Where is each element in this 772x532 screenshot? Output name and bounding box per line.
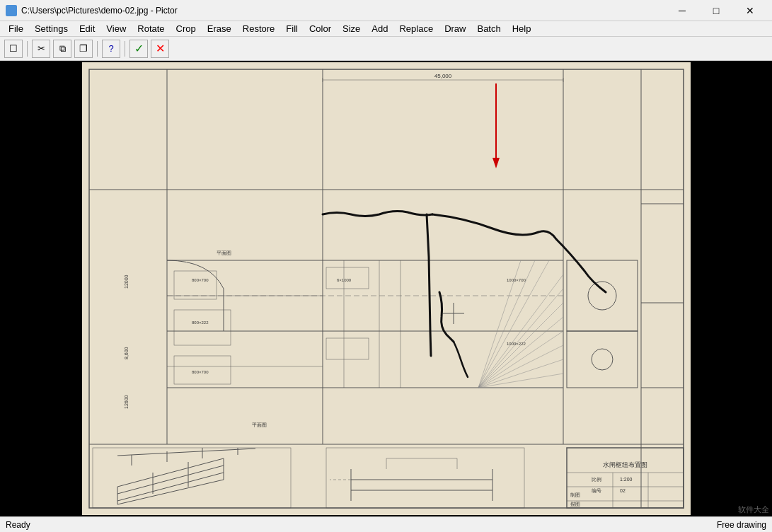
menu-rotate[interactable]: Rotate <box>132 21 170 37</box>
menu-add[interactable]: Add <box>366 21 393 37</box>
menu-view[interactable]: View <box>100 21 132 37</box>
statusbar: Ready Free drawing <box>0 516 772 532</box>
svg-text:平面图: 平面图 <box>216 250 231 255</box>
menu-file[interactable]: File <box>3 21 29 37</box>
menu-erase[interactable]: Erase <box>202 21 237 37</box>
menu-color[interactable]: Color <box>304 21 337 37</box>
svg-text:45,000: 45,000 <box>434 73 451 79</box>
titlebar-controls: ─ □ ✕ <box>666 0 766 21</box>
titlebar: C:\Users\pc\Pictures\demo-02.jpg - Picto… <box>0 0 772 21</box>
menu-edit[interactable]: Edit <box>74 21 100 37</box>
svg-text:02: 02 <box>620 488 626 493</box>
cancel-button[interactable]: ✕ <box>151 40 169 58</box>
titlebar-left: C:\Users\pc\Pictures\demo-02.jpg - Picto… <box>6 5 178 16</box>
menu-restore[interactable]: Restore <box>237 21 281 37</box>
canvas-area[interactable]: 水闸枢纽布置图 比例 1:200 编号 02 制图 描图 平面图 平面图 45,… <box>82 62 691 515</box>
svg-text:描图: 描图 <box>570 502 580 507</box>
svg-text:1000×222: 1000×222 <box>507 342 526 346</box>
svg-text:编号: 编号 <box>592 488 601 493</box>
svg-text:1:200: 1:200 <box>620 477 633 482</box>
toolbar: ☐ ✂ ⧉ ❐ ? ✓ ✕ <box>0 37 772 61</box>
minimize-button[interactable]: ─ <box>666 0 698 21</box>
help-button[interactable]: ? <box>102 40 120 58</box>
copy-button[interactable]: ⧉ <box>53 40 71 58</box>
svg-text:6×1000: 6×1000 <box>337 278 352 282</box>
svg-text:8,600: 8,600 <box>124 347 129 359</box>
app-icon <box>6 5 17 16</box>
new-button[interactable]: ☐ <box>4 40 23 58</box>
svg-text:800×700: 800×700 <box>192 278 209 282</box>
svg-text:800×222: 800×222 <box>192 320 209 325</box>
toolbar-separator-1 <box>27 41 28 57</box>
svg-rect-0 <box>82 62 691 515</box>
status-mode: Free drawing <box>717 520 766 530</box>
confirm-button[interactable]: ✓ <box>129 40 148 58</box>
close-button[interactable]: ✕ <box>734 0 766 21</box>
svg-text:平面图: 平面图 <box>251 422 266 427</box>
menu-help[interactable]: Help <box>507 21 537 37</box>
menu-batch[interactable]: Batch <box>471 21 506 37</box>
svg-text:比例: 比例 <box>592 477 601 482</box>
cut-button[interactable]: ✂ <box>32 40 50 58</box>
menu-replace[interactable]: Replace <box>393 21 439 37</box>
svg-text:水闸枢纽布置图: 水闸枢纽布置图 <box>602 461 647 468</box>
title-text: C:\Users\pc\Pictures\demo-02.jpg - Picto… <box>21 6 178 16</box>
main-canvas-area: 水闸枢纽布置图 比例 1:200 编号 02 制图 描图 平面图 平面图 45,… <box>0 61 772 516</box>
maximize-button[interactable]: □ <box>700 0 732 21</box>
menu-crop[interactable]: Crop <box>171 21 202 37</box>
svg-text:12000: 12000 <box>124 274 129 289</box>
status-ready: Ready <box>6 520 30 530</box>
paste-button[interactable]: ❐ <box>74 40 93 58</box>
watermark: 软件大全 <box>735 503 772 516</box>
menu-size[interactable]: Size <box>337 21 366 37</box>
toolbar-separator-3 <box>125 41 125 57</box>
menu-draw[interactable]: Draw <box>439 21 471 37</box>
blueprint-image: 水闸枢纽布置图 比例 1:200 编号 02 制图 描图 平面图 平面图 45,… <box>82 62 691 515</box>
svg-text:制图: 制图 <box>570 492 580 497</box>
menubar: File Settings Edit View Rotate Crop Eras… <box>0 21 772 37</box>
toolbar-separator-2 <box>97 41 98 57</box>
svg-text:1000×700: 1000×700 <box>507 278 526 282</box>
svg-text:12600: 12600 <box>124 395 129 409</box>
menu-fill[interactable]: Fill <box>280 21 304 37</box>
menu-settings[interactable]: Settings <box>29 21 74 37</box>
svg-text:800×700: 800×700 <box>192 370 209 374</box>
